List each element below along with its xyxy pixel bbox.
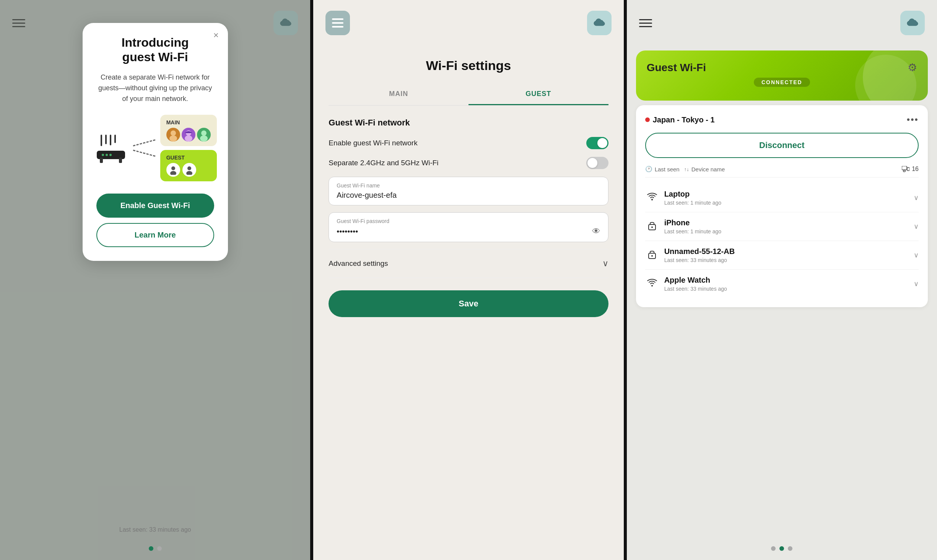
iphone-name: iPhone [664,218,908,227]
svg-point-8 [106,154,108,156]
panel-guest-wifi-status: Guest Wi-Fi ⚙ CONNECTED Japan - Tokyo - … [627,0,937,560]
toggle-knob-2 [587,158,597,168]
svg-point-29 [651,199,653,200]
iphone-last-seen: Last seen: 1 minute ago [664,228,908,234]
svg-point-18 [200,135,208,142]
dot-p3-2 [779,546,784,551]
separate-bands-row: Separate 2.4GHz and 5GHz Wi-Fi [329,157,608,169]
cloud-button-2[interactable] [587,11,612,35]
unnamed-last-seen: Last seen: 33 minutes ago [664,257,908,263]
wifi-password-input-group[interactable]: Guest Wi-Fi password •••••••• 👁 [329,212,608,242]
guest-avatars [166,163,196,177]
laptop-last-seen: Last seen: 1 minute ago [664,200,908,206]
svg-rect-24 [332,22,343,24]
wifi-signal-icon [645,192,659,203]
laptop-expand-icon[interactable]: ∨ [914,194,919,202]
svg-point-17 [201,130,207,136]
bottom-last-seen: Last seen: 33 minutes ago [0,526,310,533]
separate-bands-toggle[interactable] [586,157,608,169]
device-row-iphone[interactable]: iPhone Last seen: 1 minute ago ∨ [645,212,919,241]
iphone-expand-icon[interactable]: ∨ [914,222,919,231]
svg-rect-25 [332,26,343,28]
svg-point-12 [169,135,177,142]
panel-wifi-settings: Wi-Fi settings MAIN GUEST Guest Wi-Fi ne… [313,0,623,560]
laptop-info: Laptop Last seen: 1 minute ago [664,190,908,206]
last-seen-header: 🕐 Last seen [645,166,680,173]
top-bar-3 [627,0,937,43]
network-boxes: MAIN [160,115,217,181]
device-row-unnamed[interactable]: Unnamed-55-12-AB Last seen: 33 minutes a… [645,241,919,270]
advanced-settings-row[interactable]: Advanced settings ∨ [329,249,608,278]
modal-close-button[interactable]: × [213,31,219,40]
separate-bands-label: Separate 2.4GHz and 5GHz Wi-Fi [329,159,438,167]
connected-badge: CONNECTED [754,78,810,87]
unnamed-expand-icon[interactable]: ∨ [914,251,919,259]
svg-rect-2 [110,135,111,145]
wifi-name-input-group[interactable]: Guest Wi-Fi name Aircove-guest-efa [329,177,608,205]
router-icon [94,133,128,163]
apple-watch-expand-icon[interactable]: ∨ [914,280,919,288]
enable-guest-wifi-button[interactable]: Enable Guest Wi-Fi [96,194,214,218]
device-row-apple-watch[interactable]: Apple Watch Last seen: 33 minutes ago ∨ [645,270,919,298]
main-avatars [166,128,211,142]
svg-point-20 [170,171,176,175]
toggle-knob-1 [597,138,607,148]
dot-1 [149,546,153,551]
modal-title: Introducing guest Wi-Fi [96,35,214,65]
dot-p3-1 [771,546,776,551]
tab-main[interactable]: MAIN [329,84,468,105]
device-name-header: ↑↓ Device name [684,166,725,173]
cloud-button-3[interactable] [900,11,925,35]
guest-label: GUEST [166,155,196,161]
enable-guest-wifi-row: Enable guest Wi-Fi network [329,137,608,149]
iphone-info: iPhone Last seen: 1 minute ago [664,218,908,234]
menu-button-2[interactable] [325,11,350,35]
svg-rect-0 [101,135,102,146]
wifi-password-value: •••••••• 👁 [337,226,600,236]
panel2-content: Wi-Fi settings MAIN GUEST Guest Wi-Fi ne… [313,43,623,317]
svg-point-33 [651,255,653,257]
gear-icon[interactable]: ⚙ [908,61,917,74]
disconnect-button[interactable]: Disconnect [645,133,919,158]
wifi-name-label: Guest Wi-Fi name [337,182,600,189]
unnamed-device-name: Unnamed-55-12-AB [664,247,908,256]
enable-guest-toggle[interactable] [586,137,608,149]
svg-rect-3 [114,135,116,143]
panel1-dots [0,546,310,551]
guest-network-box: GUEST [160,150,217,181]
location-name: Japan - Tokyo - 1 [645,116,715,124]
tab-guest[interactable]: GUEST [468,84,608,105]
svg-point-31 [651,226,653,228]
devices-header: 🕐 Last seen ↑↓ Device name 16 [645,166,919,177]
svg-point-34 [651,285,653,287]
panel-intro: × Introducing guest Wi-Fi Create a separ… [0,0,310,560]
connection-status-dot [645,117,650,122]
svg-rect-5 [100,158,103,163]
svg-rect-23 [332,18,343,20]
main-label: MAIN [166,119,211,125]
svg-point-19 [171,166,175,170]
guest-avatar-1 [166,163,180,177]
lock-icon-unnamed [645,249,659,261]
more-options-icon[interactable]: ••• [907,114,919,125]
hamburger-menu-3[interactable] [639,19,652,27]
wifi-settings-title: Wi-Fi settings [329,43,608,84]
device-list-card: Japan - Tokyo - 1 ••• Disconnect 🕐 Last … [636,105,928,307]
learn-more-button[interactable]: Learn More [96,223,214,247]
svg-point-22 [186,171,192,175]
top-bar-2 [313,0,623,43]
panel3-dots [627,546,937,551]
show-password-icon[interactable]: 👁 [592,226,600,236]
guest-wifi-modal: × Introducing guest Wi-Fi Create a separ… [83,23,228,261]
lock-icon-iphone [645,220,659,233]
guest-wifi-section-title: Guest Wi-Fi network [329,118,608,128]
svg-rect-28 [907,168,909,171]
svg-point-7 [102,154,104,156]
wifi-icon-apple-watch [645,278,659,289]
divider-2 [624,0,627,560]
card-title: Guest Wi-Fi [647,62,706,74]
svg-rect-6 [119,158,122,163]
device-row-laptop[interactable]: Laptop Last seen: 1 minute ago ∨ [645,184,919,212]
apple-watch-last-seen: Last seen: 33 minutes ago [664,286,908,292]
save-button[interactable]: Save [329,290,608,317]
